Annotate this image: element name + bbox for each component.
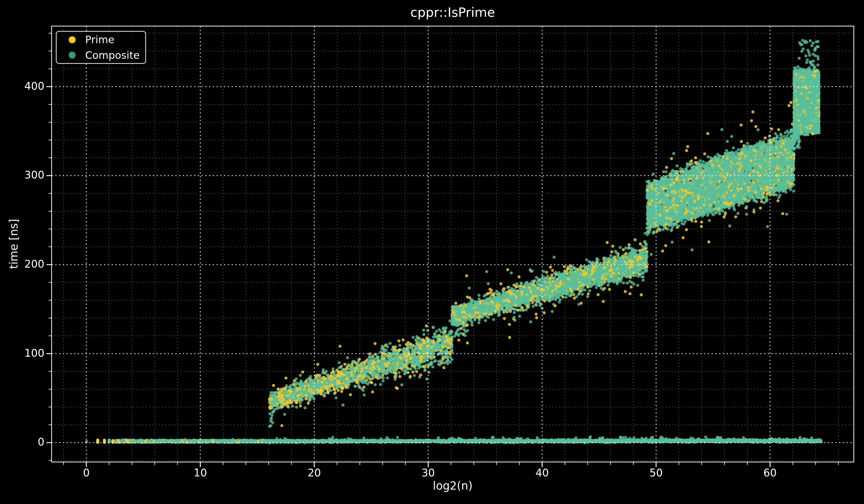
- x-tick-label-0: 0: [83, 467, 90, 479]
- x-tick-label-50: 50: [649, 467, 663, 479]
- x-tick-label-30: 30: [421, 467, 435, 479]
- x-tick-label-40: 40: [536, 467, 549, 479]
- legend-box: Prime Composite: [56, 31, 146, 64]
- composite-marker-icon: [69, 51, 75, 59]
- scatter-plot-canvas: [0, 0, 864, 504]
- legend-label-composite: Composite: [85, 49, 140, 61]
- x-tick-label-20: 20: [308, 467, 321, 479]
- prime-marker-icon: [69, 36, 75, 43]
- benchmark-scatter-figure: cppr::IsPrime log2(n) time [ns] Prime Co…: [0, 0, 864, 504]
- y-tick-label-300: 300: [0, 169, 45, 181]
- legend-entry-composite: Composite: [57, 48, 145, 63]
- y-tick-label-200: 200: [0, 258, 45, 270]
- legend-label-prime: Prime: [85, 34, 114, 46]
- legend-entry-prime: Prime: [57, 32, 145, 47]
- x-axis-label: log2(n): [433, 479, 472, 492]
- x-tick-label-10: 10: [193, 467, 207, 479]
- chart-title: cppr::IsPrime: [410, 5, 495, 20]
- y-tick-label-100: 100: [0, 347, 45, 359]
- x-tick-label-60: 60: [764, 467, 777, 479]
- y-tick-label-0: 0: [0, 436, 45, 448]
- y-tick-label-400: 400: [0, 80, 45, 92]
